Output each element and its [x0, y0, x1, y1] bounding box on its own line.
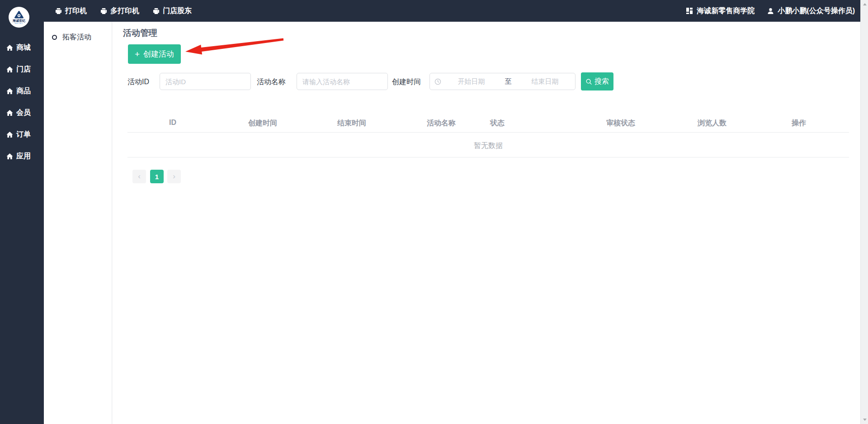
- pagination-current-page: 1: [155, 173, 159, 181]
- vertical-scrollbar[interactable]: [860, 0, 868, 424]
- user-menu[interactable]: 小鹏小鹏(公众号操作员): [767, 6, 855, 16]
- table-header-divider: [127, 132, 849, 133]
- column-header-actions: 操作: [792, 119, 806, 128]
- submenu-item-label: 拓客活动: [62, 33, 91, 42]
- submenu-item-customer-activity[interactable]: 拓客活动: [44, 22, 112, 42]
- logo-text-cn: 海诚世纪: [13, 19, 25, 22]
- user-icon: [767, 8, 774, 14]
- date-range-picker[interactable]: 开始日期 至 结束日期: [429, 73, 576, 90]
- scroll-up-button[interactable]: [861, 0, 868, 8]
- sidebar-item-members[interactable]: 会员: [0, 107, 44, 118]
- topnav-item-label: 多打印机: [110, 6, 139, 16]
- topnav-item-label: 打印机: [65, 6, 87, 16]
- grid-icon: [686, 7, 693, 14]
- create-activity-label: 创建活动: [143, 49, 174, 59]
- primary-sidebar: 商城 门店 商品 会员 订单 应用: [0, 0, 44, 424]
- user-name: 小鹏小鹏(公众号操作员): [778, 6, 855, 16]
- activity-id-label: 活动ID: [127, 77, 149, 87]
- scroll-up-icon: [863, 3, 867, 5]
- sidebar-item-label: 订单: [16, 130, 31, 139]
- secondary-sidebar: 拓客活动: [44, 22, 112, 424]
- topnav-item-multi-printer[interactable]: 多打印机: [100, 6, 139, 16]
- pagination-next-button[interactable]: ›: [167, 170, 181, 183]
- scroll-down-button[interactable]: [861, 416, 868, 424]
- logo-text-en: NETHC: [15, 22, 24, 24]
- create-activity-button[interactable]: + 创建活动: [128, 44, 181, 64]
- column-header-audit-status: 审核状态: [606, 119, 635, 128]
- sidebar-item-label: 商城: [16, 43, 31, 52]
- sidebar-item-label: 应用: [16, 152, 31, 161]
- sidebar-item-mall[interactable]: 商城: [0, 42, 44, 53]
- home-icon: [6, 110, 13, 116]
- sidebar-item-label: 会员: [16, 108, 31, 118]
- date-range-separator: 至: [501, 77, 515, 86]
- chevron-right-icon: ›: [173, 172, 175, 181]
- topnav-item-store-shareholder[interactable]: 门店股东: [153, 6, 192, 16]
- home-icon: [6, 88, 13, 95]
- home-icon: [6, 66, 13, 73]
- store-switcher[interactable]: 海诚新零售商学院: [686, 6, 755, 16]
- home-icon: [6, 44, 13, 51]
- column-header-status: 状态: [490, 119, 505, 128]
- column-header-create-time: 创建时间: [248, 119, 277, 128]
- printer-icon: [100, 8, 107, 14]
- sidebar-item-label: 商品: [16, 86, 31, 96]
- printer-icon: [55, 8, 62, 14]
- end-date-placeholder[interactable]: 结束日期: [515, 77, 575, 86]
- printer-icon: [153, 8, 160, 14]
- sidebar-item-orders[interactable]: 订单: [0, 129, 44, 140]
- search-icon: [585, 78, 592, 85]
- clock-icon: [434, 78, 441, 85]
- home-icon: [6, 131, 13, 138]
- topnav-item-label: 门店股东: [163, 6, 192, 16]
- top-nav: 打印机 多打印机 门店股东: [55, 6, 192, 16]
- chevron-left-icon: ‹: [138, 172, 141, 181]
- sidebar-item-apps[interactable]: 应用: [0, 151, 44, 162]
- home-icon: [6, 153, 13, 160]
- activity-name-label: 活动名称: [257, 77, 286, 87]
- sidebar-item-goods[interactable]: 商品: [0, 86, 44, 96]
- topnav-item-printer[interactable]: 打印机: [55, 6, 87, 16]
- top-bar-right: 海诚新零售商学院 小鹏小鹏(公众号操作员): [686, 0, 855, 22]
- logo-emblem-icon: [14, 10, 24, 19]
- activity-id-input[interactable]: [160, 73, 251, 90]
- column-header-activity-name: 活动名称: [427, 119, 456, 128]
- column-header-id: ID: [169, 119, 176, 127]
- plus-icon: +: [135, 50, 140, 58]
- sidebar-item-label: 门店: [16, 65, 31, 74]
- start-date-placeholder[interactable]: 开始日期: [441, 77, 501, 86]
- top-bar: 打印机 多打印机 门店股东 海诚新零售商学院 小鹏小鹏(公众号操作员): [0, 0, 860, 22]
- activity-name-input[interactable]: [297, 73, 388, 90]
- column-header-end-time: 结束时间: [337, 119, 366, 128]
- logo[interactable]: 海诚世纪 NETHC: [9, 7, 29, 28]
- store-name: 海诚新零售商学院: [697, 6, 755, 16]
- radio-circle-icon: [52, 35, 57, 40]
- create-time-label: 创建时间: [392, 77, 421, 87]
- page-title: 活动管理: [123, 27, 157, 39]
- column-header-views: 浏览人数: [698, 119, 726, 128]
- scroll-down-icon: [863, 419, 867, 421]
- sidebar-item-store[interactable]: 门店: [0, 64, 44, 75]
- table-row-divider: [127, 157, 849, 157]
- search-button-label: 搜索: [594, 77, 609, 86]
- pagination-page-1[interactable]: 1: [150, 170, 164, 183]
- app-root: 商城 门店 商品 会员 订单 应用 打印机: [0, 0, 868, 424]
- pagination-prev-button[interactable]: ‹: [132, 170, 146, 183]
- search-button[interactable]: 搜索: [581, 72, 613, 91]
- table-empty-state: 暂无数据: [474, 141, 503, 151]
